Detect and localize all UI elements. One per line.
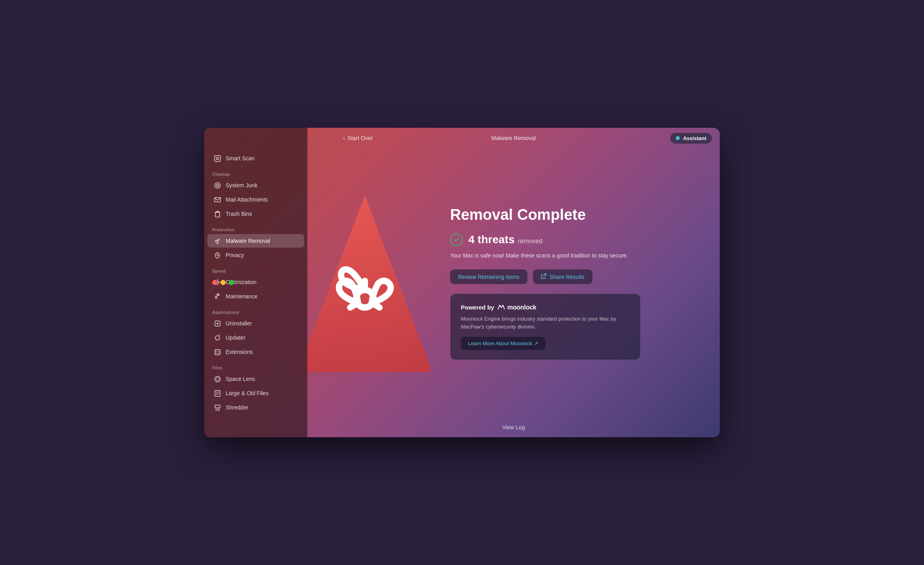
- biohazard-illustration: [295, 184, 434, 382]
- sidebar-item-maintenance[interactable]: Maintenance: [207, 290, 304, 303]
- assistant-status-dot: [676, 136, 680, 140]
- sidebar-item-label: Updater: [226, 334, 245, 341]
- threats-row: 4 threats removed: [450, 233, 696, 246]
- sidebar-item-malware-removal[interactable]: Malware Removal: [207, 234, 304, 248]
- sidebar-item-label: Large & Old Files: [226, 390, 268, 396]
- footer-bar: View Log: [307, 417, 720, 437]
- back-button[interactable]: ‹ Start Over: [343, 135, 373, 142]
- cleanup-section-label: Cleanup: [204, 165, 307, 178]
- sidebar-item-label: Maintenance: [226, 293, 257, 300]
- svg-rect-5: [215, 212, 220, 217]
- shredder-icon: [214, 404, 221, 411]
- svg-point-11: [215, 376, 220, 382]
- mail-icon: [214, 196, 221, 203]
- svg-line-17: [372, 303, 380, 307]
- moonlock-logo-text: moonlock: [507, 304, 536, 311]
- junk-icon: [214, 182, 221, 189]
- svg-point-12: [216, 377, 219, 381]
- chevron-left-icon: ‹: [343, 135, 345, 142]
- svg-rect-10: [215, 350, 220, 355]
- sidebar-item-label: Malware Removal: [226, 238, 270, 244]
- moonlock-logo-icon: [497, 304, 505, 311]
- safe-message: Your Mac is safe now! Make these scans a…: [450, 252, 696, 260]
- threats-text: 4 threats removed: [468, 233, 543, 246]
- sidebar-item-label: System Junk: [226, 182, 257, 188]
- hero-area: Removal Complete 4 threats removed Your …: [307, 148, 720, 417]
- speed-section-label: Speed: [204, 262, 307, 275]
- sidebar-item-label: Smart Scan: [226, 155, 255, 161]
- sidebar-item-uninstaller[interactable]: Uninstaller: [207, 317, 304, 330]
- sidebar-item-label: Shredder: [226, 404, 249, 411]
- share-label: Share Results: [550, 274, 585, 280]
- share-icon: [541, 273, 546, 280]
- sidebar-item-large-old-files[interactable]: Large & Old Files: [207, 386, 304, 400]
- files-section-label: Files: [204, 359, 307, 372]
- maximize-button[interactable]: [229, 280, 234, 285]
- svg-line-18: [350, 303, 357, 307]
- files-icon: [214, 390, 221, 397]
- sidebar-item-label: Mail Attachments: [226, 196, 268, 203]
- extensions-icon: [214, 348, 221, 356]
- sidebar-item-system-junk[interactable]: System Junk: [207, 179, 304, 192]
- sidebar-item-label: Privacy: [226, 252, 244, 258]
- moonlock-description: Moonlock Engine brings industry standard…: [461, 315, 630, 331]
- svg-point-8: [215, 297, 217, 299]
- scan-icon: [214, 155, 221, 162]
- sidebar-item-smart-scan[interactable]: Smart Scan: [207, 152, 304, 165]
- app-window: Smart Scan Cleanup System Junk Mail Atta…: [204, 128, 720, 437]
- svg-point-3: [216, 184, 219, 186]
- sidebar-item-updater[interactable]: Updater: [207, 331, 304, 344]
- traffic-lights: [212, 280, 234, 285]
- svg-point-2: [215, 183, 220, 188]
- close-button[interactable]: [212, 280, 217, 285]
- svg-rect-4: [215, 198, 220, 202]
- check-circle-icon: [450, 233, 463, 246]
- sidebar-item-label: Trash Bins: [226, 211, 252, 217]
- learn-more-button[interactable]: Learn More About Moonlock ↗: [461, 337, 545, 350]
- view-log-button[interactable]: View Log: [502, 424, 525, 430]
- maintenance-icon: [214, 293, 221, 300]
- protection-section-label: Protection: [204, 221, 307, 234]
- titlebar: ‹ Start Over Malware Removal Assistant: [307, 128, 720, 148]
- space-icon: [214, 375, 221, 382]
- applications-section-label: Applications: [204, 304, 307, 316]
- moonlock-card: Powered by moonlock Moonlock Engine brin…: [450, 294, 640, 360]
- titlebar-title: Malware Removal: [491, 135, 536, 141]
- uninstall-icon: [214, 320, 221, 327]
- back-label: Start Over: [347, 135, 373, 141]
- sidebar: Smart Scan Cleanup System Junk Mail Atta…: [204, 128, 307, 437]
- share-results-button[interactable]: Share Results: [533, 269, 592, 284]
- action-buttons: Review Remaining Items Share Results: [450, 269, 696, 284]
- sidebar-item-space-lens[interactable]: Space Lens: [207, 372, 304, 386]
- moonlock-logo: moonlock: [497, 304, 536, 311]
- sidebar-item-label: Space Lens: [226, 376, 255, 382]
- sidebar-item-privacy[interactable]: Privacy: [207, 248, 304, 262]
- sidebar-item-mail-attachments[interactable]: Mail Attachments: [207, 193, 304, 206]
- sidebar-item-label: Uninstaller: [226, 320, 252, 327]
- svg-rect-14: [215, 405, 220, 408]
- powered-by-text: Powered by: [461, 304, 494, 311]
- biohazard-icon: [214, 237, 221, 244]
- svg-rect-0: [215, 156, 220, 161]
- content-panel: Removal Complete 4 threats removed Your …: [450, 206, 696, 360]
- sidebar-item-extensions[interactable]: Extensions: [207, 345, 304, 359]
- minimize-button[interactable]: [220, 280, 226, 285]
- assistant-label: Assistant: [683, 135, 706, 141]
- sidebar-item-shredder[interactable]: Shredder: [207, 401, 304, 414]
- removal-complete-title: Removal Complete: [450, 206, 696, 224]
- assistant-button[interactable]: Assistant: [670, 133, 712, 144]
- trash-icon: [214, 210, 221, 217]
- sidebar-item-label: Extensions: [226, 349, 253, 355]
- review-remaining-button[interactable]: Review Remaining Items: [450, 269, 527, 284]
- updater-icon: [214, 334, 221, 341]
- moonlock-powered-row: Powered by moonlock: [461, 304, 630, 311]
- threats-removed: removed: [518, 238, 543, 245]
- privacy-icon: [214, 252, 221, 259]
- sidebar-item-trash-bins[interactable]: Trash Bins: [207, 207, 304, 221]
- svg-point-1: [216, 157, 219, 160]
- threats-count: 4 threats: [468, 233, 515, 246]
- main-content: ‹ Start Over Malware Removal Assistant: [307, 128, 720, 437]
